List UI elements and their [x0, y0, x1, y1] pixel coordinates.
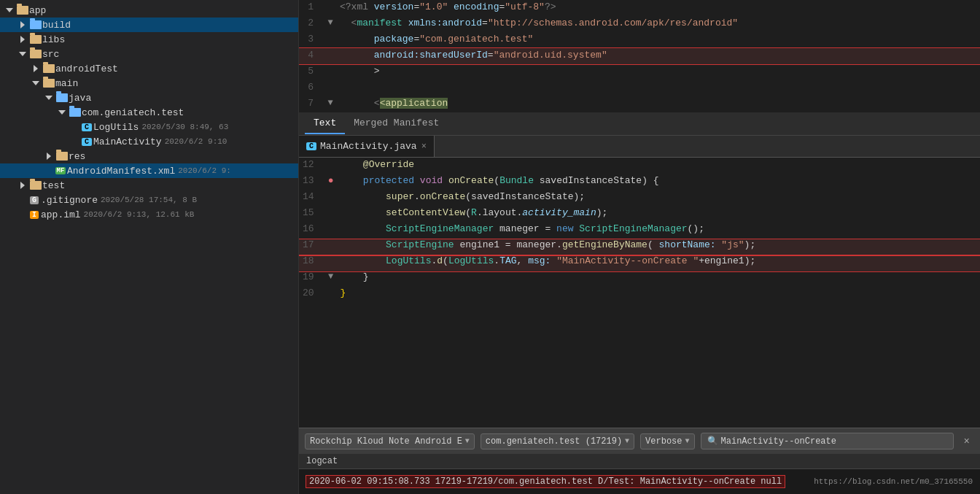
manifest-code-block: 1 <?xml version="1.0" encoding="utf-8"?>… — [299, 0, 980, 112]
line-content-1: <?xml version="1.0" encoding="utf-8"?> — [336, 0, 980, 15]
package-dd-arrow: ▼ — [625, 437, 629, 445]
line-num-5: 5 — [299, 64, 324, 79]
editor-content-13: protected void onCreate(Bundle savedInst… — [337, 175, 980, 186]
line-marker-2: ▼ — [324, 16, 336, 29]
code-line-1: 1 <?xml version="1.0" encoding="utf-8"?> — [299, 0, 980, 16]
logutils-meta: 2020/5/30 8:49, 63 — [141, 123, 228, 131]
code-editor-line-13: 13 ● protected void onCreate(Bundle save… — [299, 175, 980, 191]
editor-content-12: @Override — [337, 159, 980, 170]
sidebar-item-logutils[interactable]: C LogUtils 2020/5/30 8:49, 63 — [0, 120, 298, 134]
sidebar-item-java[interactable]: java — [0, 90, 298, 105]
editor-content-18: LogUtils.d(LogUtils.TAG, msg: "MainActiv… — [337, 255, 980, 266]
sidebar-item-app[interactable]: app — [0, 3, 298, 18]
line-content-3: package="com.geniatech.test" — [336, 32, 980, 47]
mainactivity-badge-icon: C — [80, 136, 93, 147]
res-folder-icon — [55, 150, 69, 162]
build-folder-icon — [29, 19, 42, 31]
line-content-5: > — [336, 64, 980, 79]
log-url[interactable]: https://blog.csdn.net/m0_37165550 — [814, 477, 973, 486]
code-editor-line-17: 17 ScriptEngine engine1 = maneger.getEng… — [299, 239, 980, 255]
arrow-down-icon5 — [55, 107, 69, 118]
sidebar-item-test[interactable]: test — [0, 178, 298, 193]
code-editor-line-20: 20 } — [299, 287, 980, 304]
log-area: 2020-06-02 09:15:08.733 17219-17219/com.… — [299, 469, 980, 494]
arrow-right-icon3 — [29, 63, 42, 74]
logutils-label: LogUtils — [93, 122, 139, 133]
verbose-selector[interactable]: Verbose ▼ — [640, 433, 694, 449]
search-icon: 🔍 — [707, 436, 718, 447]
arrow-right-icon — [16, 19, 29, 31]
editor-area: 1 <?xml version="1.0" encoding="utf-8"?>… — [299, 0, 980, 494]
code-editor-line-16: 16 ScriptEngineManager maneger = new Scr… — [299, 223, 980, 239]
main-area: app build libs src androidTest — [0, 0, 980, 494]
sidebar-item-androidmanifest[interactable]: MF AndroidManifest.xml 2020/6/2 9: — [0, 163, 298, 178]
line-content-4: android:sharedUserId="android.uid.system… — [336, 48, 980, 63]
arrow-down-icon — [3, 4, 16, 16]
file-tabs: C MainActivity.java × — [299, 136, 980, 158]
appiml-label: app.iml — [41, 209, 81, 220]
app-folder-icon — [16, 4, 29, 16]
search-bar: 🔍 MainActivity--onCreate — [701, 433, 954, 449]
editor-line-num-12: 12 — [299, 159, 325, 170]
sidebar-item-res[interactable]: res — [0, 149, 298, 163]
code-editor-line-12: 12 @Override — [299, 159, 980, 175]
tab-badge-c: C — [306, 142, 316, 150]
tab-merged[interactable]: Merged Manifest — [345, 113, 448, 134]
manifest-spacer — [42, 165, 54, 177]
file-tab-close[interactable]: × — [421, 142, 427, 152]
editor-content-17: ScriptEngine engine1 = maneger.getEngine… — [337, 239, 980, 250]
editor-line-num-15: 15 — [299, 207, 325, 218]
editor-line-num-19: 19 — [299, 271, 325, 282]
code-editor[interactable]: 12 @Override 13 ● protected void onCreat… — [299, 158, 980, 428]
tab-text[interactable]: Text — [305, 113, 345, 134]
file-tab-mainactivity[interactable]: C MainActivity.java × — [299, 136, 435, 157]
verbose-label: Verbose — [645, 436, 682, 447]
editor-line-num-16: 16 — [299, 223, 325, 234]
toolbar-close-button[interactable]: × — [960, 434, 974, 449]
test-label: test — [42, 180, 65, 191]
arrow-right-icon4 — [42, 150, 55, 162]
arrow-down-icon4 — [42, 92, 55, 104]
sidebar-item-build[interactable]: build — [0, 18, 298, 32]
device-dd-arrow: ▼ — [465, 437, 470, 445]
arrow-right-icon5 — [16, 180, 29, 191]
manifest-meta: 2020/6/2 9: — [178, 166, 231, 175]
package-label: com.geniatech.test — [82, 107, 184, 118]
mainactivity-meta: 2020/6/2 9:10 — [165, 137, 228, 146]
iml-spacer — [16, 209, 28, 220]
line-num-4: 4 — [299, 48, 324, 63]
mainactivity-spacer — [69, 136, 80, 147]
libs-label: libs — [42, 34, 65, 45]
libs-folder-icon — [29, 34, 42, 45]
package-selector[interactable]: com.geniatech.test (17219) ▼ — [481, 433, 634, 449]
code-line-5: 5 > — [299, 64, 980, 80]
sidebar-item-gitignore[interactable]: G .gitignore 2020/5/28 17:54, 8 B — [0, 193, 298, 207]
device-selector[interactable]: Rockchip Kloud Note Android E ▼ — [305, 433, 475, 449]
arrow-right-icon2 — [16, 34, 29, 45]
search-text: MainActivity--onCreate — [721, 436, 836, 447]
iml-badge-icon: I — [28, 209, 41, 220]
sidebar-item-package[interactable]: com.geniatech.test — [0, 105, 298, 120]
java-label: java — [69, 93, 91, 104]
sidebar-item-androidtest[interactable]: androidTest — [0, 61, 298, 76]
line-content-2: <manifest xmlns:android="http://schemas.… — [336, 16, 980, 31]
editor-content-14: super.onCreate(savedInstanceState); — [337, 191, 980, 202]
sidebar-item-main[interactable]: main — [0, 76, 298, 90]
editor-marker-19: ▼ — [325, 271, 337, 282]
sidebar-item-src[interactable]: src — [0, 47, 298, 61]
bottom-toolbar: Rockchip Kloud Note Android E ▼ com.geni… — [299, 428, 980, 454]
logutils-badge-icon: C — [80, 121, 93, 133]
androidtest-folder-icon — [42, 63, 55, 74]
git-spacer — [16, 194, 28, 206]
sidebar-item-mainactivity[interactable]: C MainActivity 2020/6/2 9:10 — [0, 134, 298, 149]
sidebar-item-libs[interactable]: libs — [0, 32, 298, 47]
logcat-label: logcat — [299, 454, 980, 469]
verbose-dd-arrow: ▼ — [685, 437, 690, 445]
line-num-2: 2 — [299, 16, 324, 31]
java-folder-icon — [55, 92, 69, 104]
line-marker-7: ▼ — [324, 96, 336, 109]
src-folder-icon — [29, 48, 42, 60]
sidebar-item-appiml[interactable]: I app.iml 2020/6/2 9:13, 12.61 kB — [0, 207, 298, 222]
code-editor-line-14: 14 super.onCreate(savedInstanceState); — [299, 191, 980, 207]
package-folder-icon — [69, 107, 82, 118]
